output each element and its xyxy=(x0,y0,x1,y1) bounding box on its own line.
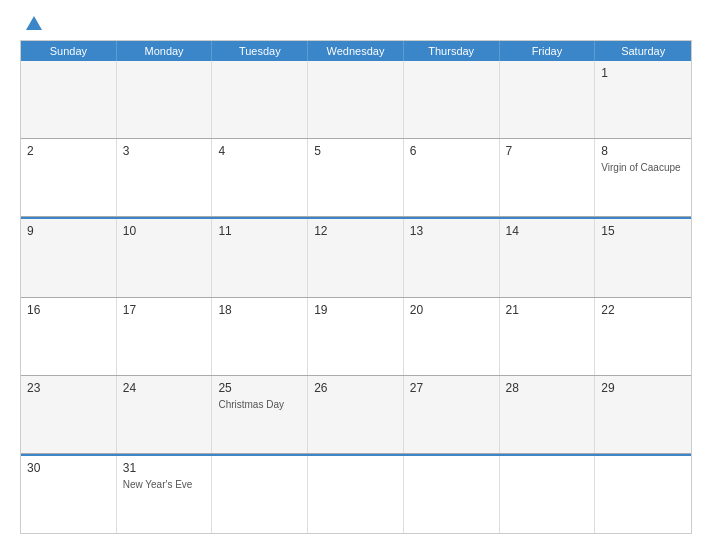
day-number: 12 xyxy=(314,224,397,238)
day-cell: 3 xyxy=(117,139,213,216)
day-cell xyxy=(212,61,308,138)
day-cell: 8Virgin of Caacupe xyxy=(595,139,691,216)
day-number: 24 xyxy=(123,381,206,395)
day-number: 28 xyxy=(506,381,589,395)
day-cell xyxy=(404,456,500,533)
day-number: 8 xyxy=(601,144,685,158)
day-cell: 17 xyxy=(117,298,213,375)
day-cell: 26 xyxy=(308,376,404,453)
day-cell: 5 xyxy=(308,139,404,216)
day-header-friday: Friday xyxy=(500,41,596,61)
day-number: 14 xyxy=(506,224,589,238)
day-number: 30 xyxy=(27,461,110,475)
day-number: 17 xyxy=(123,303,206,317)
day-cell: 18 xyxy=(212,298,308,375)
day-number: 4 xyxy=(218,144,301,158)
day-cell: 19 xyxy=(308,298,404,375)
day-number: 3 xyxy=(123,144,206,158)
holiday-name: Christmas Day xyxy=(218,398,301,411)
day-cell: 13 xyxy=(404,219,500,296)
day-cell xyxy=(308,456,404,533)
holiday-name: Virgin of Caacupe xyxy=(601,161,685,174)
day-number: 2 xyxy=(27,144,110,158)
day-number: 10 xyxy=(123,224,206,238)
day-number: 21 xyxy=(506,303,589,317)
week-row-5: 232425Christmas Day26272829 xyxy=(21,376,691,454)
day-cell: 1 xyxy=(595,61,691,138)
day-cell: 6 xyxy=(404,139,500,216)
day-cell: 20 xyxy=(404,298,500,375)
day-cell: 9 xyxy=(21,219,117,296)
day-cell xyxy=(595,456,691,533)
day-number: 29 xyxy=(601,381,685,395)
day-number: 5 xyxy=(314,144,397,158)
day-cell: 28 xyxy=(500,376,596,453)
day-cell: 10 xyxy=(117,219,213,296)
day-cell xyxy=(21,61,117,138)
day-cell: 21 xyxy=(500,298,596,375)
day-headers-row: SundayMondayTuesdayWednesdayThursdayFrid… xyxy=(21,41,691,61)
day-cell xyxy=(308,61,404,138)
day-number: 27 xyxy=(410,381,493,395)
day-number: 7 xyxy=(506,144,589,158)
logo xyxy=(20,16,48,30)
day-cell xyxy=(500,61,596,138)
day-cell: 4 xyxy=(212,139,308,216)
day-cell: 24 xyxy=(117,376,213,453)
day-header-tuesday: Tuesday xyxy=(212,41,308,61)
day-cell: 16 xyxy=(21,298,117,375)
day-number: 19 xyxy=(314,303,397,317)
day-cell: 2 xyxy=(21,139,117,216)
day-number: 11 xyxy=(218,224,301,238)
day-number: 26 xyxy=(314,381,397,395)
week-row-2: 2345678Virgin of Caacupe xyxy=(21,139,691,217)
day-number: 15 xyxy=(601,224,685,238)
day-number: 20 xyxy=(410,303,493,317)
day-number: 23 xyxy=(27,381,110,395)
day-cell: 22 xyxy=(595,298,691,375)
day-header-wednesday: Wednesday xyxy=(308,41,404,61)
day-cell: 27 xyxy=(404,376,500,453)
calendar: SundayMondayTuesdayWednesdayThursdayFrid… xyxy=(20,40,692,534)
day-cell: 7 xyxy=(500,139,596,216)
day-cell: 30 xyxy=(21,456,117,533)
calendar-weeks: 12345678Virgin of Caacupe910111213141516… xyxy=(21,61,691,533)
day-header-sunday: Sunday xyxy=(21,41,117,61)
day-cell xyxy=(212,456,308,533)
day-cell: 23 xyxy=(21,376,117,453)
week-row-6: 3031New Year's Eve xyxy=(21,454,691,533)
holiday-name: New Year's Eve xyxy=(123,478,206,491)
day-cell: 12 xyxy=(308,219,404,296)
week-row-3: 9101112131415 xyxy=(21,217,691,297)
day-number: 25 xyxy=(218,381,301,395)
day-number: 18 xyxy=(218,303,301,317)
day-cell xyxy=(404,61,500,138)
day-number: 31 xyxy=(123,461,206,475)
day-header-monday: Monday xyxy=(117,41,213,61)
page-header xyxy=(20,16,692,30)
day-cell: 11 xyxy=(212,219,308,296)
day-number: 22 xyxy=(601,303,685,317)
day-number: 6 xyxy=(410,144,493,158)
day-number: 1 xyxy=(601,66,685,80)
day-header-thursday: Thursday xyxy=(404,41,500,61)
day-header-saturday: Saturday xyxy=(595,41,691,61)
day-cell: 25Christmas Day xyxy=(212,376,308,453)
day-cell xyxy=(117,61,213,138)
day-number: 13 xyxy=(410,224,493,238)
day-cell: 15 xyxy=(595,219,691,296)
week-row-4: 16171819202122 xyxy=(21,298,691,376)
logo-triangle-icon xyxy=(26,16,42,30)
week-row-1: 1 xyxy=(21,61,691,139)
day-cell: 29 xyxy=(595,376,691,453)
day-cell xyxy=(500,456,596,533)
day-number: 9 xyxy=(27,224,110,238)
day-cell: 31New Year's Eve xyxy=(117,456,213,533)
day-cell: 14 xyxy=(500,219,596,296)
day-number: 16 xyxy=(27,303,110,317)
